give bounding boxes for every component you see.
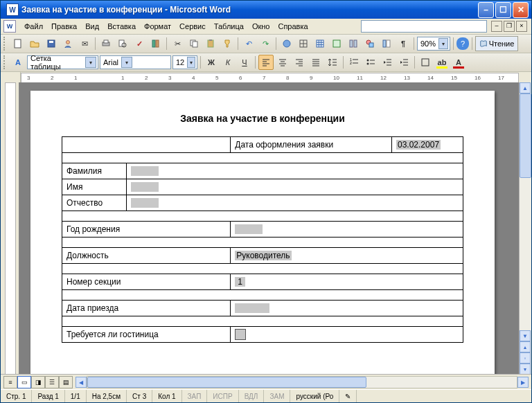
scroll-down-button[interactable]: ▼ [520,330,531,341]
vertical-scrollbar[interactable]: ▲ ▼ ▴ ◦ ▾ [519,82,531,375]
print-layout-view-button[interactable]: ▭ [17,376,31,388]
document-area: Заявка на участие в конференции Дата офо… [1,82,531,375]
browse-object-button[interactable]: ◦ [520,352,531,364]
highlight-button[interactable]: ab [434,55,450,70]
document-scroll[interactable]: Заявка на участие в конференции Дата офо… [19,82,519,375]
mdi-minimize-button[interactable]: – [491,21,502,32]
outdent-button[interactable] [380,55,395,70]
doc-icon[interactable]: W [3,20,16,33]
doc-map-button[interactable] [379,36,394,51]
spell-button[interactable]: ✓ [132,36,147,51]
cut-button[interactable]: ✂ [170,36,185,51]
menu-table[interactable]: Таблица [210,21,248,32]
font-size-combo[interactable]: 12▾ [172,55,197,69]
document-page[interactable]: Заявка на участие в конференции Дата офо… [30,91,495,375]
redo-button[interactable]: ↷ [258,36,273,51]
paste-button[interactable] [203,36,218,51]
permissions-button[interactable] [60,36,76,51]
arrival-field[interactable] [231,301,463,316]
format-painter-button[interactable] [220,36,235,51]
status-trk[interactable]: ИСПР [207,390,238,402]
prev-page-button[interactable]: ▴ [520,341,531,352]
borders-button[interactable] [418,55,433,70]
align-right-button[interactable] [292,55,307,70]
print-button[interactable] [98,36,114,51]
bold-button[interactable]: Ж [204,55,219,70]
menu-help[interactable]: Справка [274,21,312,32]
mail-button[interactable]: ✉ [77,36,92,51]
save-button[interactable] [44,36,59,51]
menu-view[interactable]: Вид [81,21,103,32]
close-button[interactable]: ✕ [513,2,529,18]
line-spacing-button[interactable] [325,55,340,70]
show-marks-button[interactable]: ¶ [396,36,411,51]
new-doc-button[interactable] [10,36,26,51]
minimize-button[interactable]: – [478,2,494,18]
outline-view-button[interactable]: ☰ [45,376,59,388]
font-combo[interactable]: Arial▾ [100,55,171,69]
indent-button[interactable] [396,55,411,70]
surname-field[interactable] [127,163,463,179]
bulleted-list-button[interactable] [363,55,378,70]
status-pages: 1/1 [65,390,87,402]
normal-view-button[interactable]: ≡ [3,376,17,388]
web-view-button[interactable]: ◨ [31,376,45,388]
status-ext[interactable]: ВДЛ [239,390,265,402]
birth-year-field[interactable] [231,222,463,238]
status-rec[interactable]: ЗАП [182,390,208,402]
vertical-ruler[interactable] [1,82,19,375]
scroll-left-button[interactable]: ◀ [76,377,87,388]
hotel-field[interactable] [231,327,463,343]
menu-window[interactable]: Окно [248,21,274,32]
zoom-combo[interactable]: 90%▾ [417,37,450,51]
status-spell-icon[interactable]: ✎ [339,390,357,402]
copy-button[interactable] [186,36,202,51]
underline-button[interactable]: Ч [237,55,252,70]
align-justify-button[interactable] [308,55,323,70]
horizontal-scrollbar[interactable]: ◀ ▶ [76,376,529,388]
columns-button[interactable] [346,36,361,51]
birth-year-label: Год рождения [62,222,231,238]
reading-view-button[interactable]: ▤ [59,376,73,388]
scroll-up-button[interactable]: ▲ [520,82,531,93]
help-search-input[interactable] [361,20,487,33]
undo-button[interactable]: ↶ [241,36,256,51]
menu-tools[interactable]: Сервис [175,21,210,32]
read-mode-button[interactable]: Чтение [475,36,518,51]
mdi-restore-button[interactable]: ❐ [504,21,515,32]
name-field[interactable] [127,179,463,195]
menu-file[interactable]: Файл [20,21,47,32]
style-combo[interactable]: Сетка таблицы▾ [27,55,98,69]
numbered-list-button[interactable]: 12 [346,55,362,70]
status-ovr[interactable]: ЗАМ [264,390,290,402]
menu-edit[interactable]: Правка [47,21,81,32]
patronymic-field[interactable] [127,195,463,211]
styles-pane-button[interactable]: A [10,55,26,70]
menu-format[interactable]: Формат [140,21,175,32]
research-button[interactable] [148,36,163,51]
help-button[interactable]: ? [456,37,469,50]
toolbar-grip[interactable] [3,55,8,69]
chevron-down-icon: ▾ [187,57,195,68]
document-title: Заявка на участие в конференции [62,113,463,124]
font-color-button[interactable]: A [451,55,466,70]
section-field[interactable]: 1 [231,274,463,290]
menu-insert[interactable]: Вставка [103,21,140,32]
scroll-right-button[interactable]: ▶ [517,377,529,388]
align-center-button[interactable] [275,55,290,70]
mdi-close-button[interactable]: × [516,21,527,32]
align-left-button[interactable] [258,55,274,70]
open-button[interactable] [27,36,42,51]
tables-borders-button[interactable] [296,36,311,51]
italic-button[interactable]: К [220,55,236,70]
position-field[interactable]: Руководитель [231,248,463,264]
next-page-button[interactable]: ▾ [520,364,531,375]
toolbar-grip[interactable] [3,37,8,51]
maximize-button[interactable]: ☐ [495,2,511,18]
excel-button[interactable] [329,36,344,51]
hyperlink-button[interactable] [279,36,294,51]
drawing-button[interactable] [362,36,378,51]
status-lang[interactable]: русский (Ро [290,390,339,402]
preview-button[interactable] [115,36,130,51]
insert-table-button[interactable] [312,36,328,51]
